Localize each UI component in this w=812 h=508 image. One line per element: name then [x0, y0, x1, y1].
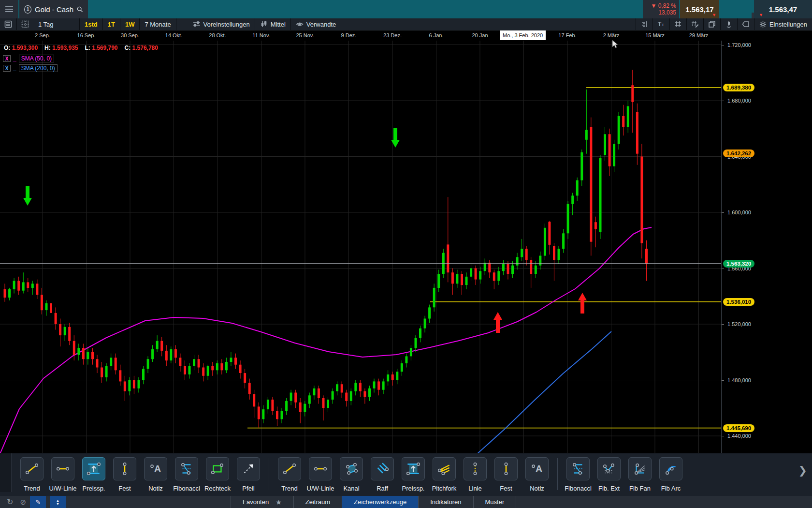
candle[interactable] — [174, 349, 177, 358]
tool-notiz[interactable]: A Notiz — [140, 457, 171, 492]
candle[interactable] — [198, 359, 200, 367]
candle[interactable] — [493, 272, 495, 281]
candle[interactable] — [207, 366, 209, 376]
candle[interactable] — [202, 368, 204, 376]
candle[interactable] — [594, 222, 597, 229]
candle[interactable] — [419, 329, 421, 338]
candle[interactable] — [110, 358, 112, 366]
candle[interactable] — [211, 366, 214, 371]
candle[interactable] — [262, 409, 264, 419]
candle[interactable] — [604, 134, 606, 155]
menu-button[interactable] — [0, 0, 18, 18]
clear-drawings-icon[interactable]: ⊘ — [20, 498, 26, 507]
sma50-line[interactable] — [0, 227, 652, 453]
candle[interactable] — [558, 249, 560, 260]
candle[interactable] — [475, 269, 477, 280]
candle[interactable] — [244, 373, 246, 383]
candle[interactable] — [313, 388, 315, 395]
candle[interactable] — [567, 204, 569, 234]
candle[interactable] — [188, 366, 191, 374]
candle[interactable] — [470, 269, 472, 277]
candle[interactable] — [68, 327, 71, 341]
instrument-selector[interactable]: 1 Gold - Cash — [19, 0, 88, 18]
candle[interactable] — [82, 348, 85, 359]
candle[interactable] — [156, 341, 159, 349]
tool-preissp-[interactable]: Preissp. — [398, 457, 429, 492]
sma200-remove-button[interactable]: X — [3, 65, 11, 72]
candle[interactable] — [184, 366, 186, 374]
tool-fest[interactable]: Fest — [109, 457, 140, 492]
candle[interactable] — [124, 381, 126, 391]
arrow-annotation-up[interactable] — [493, 312, 502, 333]
candle[interactable] — [636, 112, 638, 154]
candle[interactable] — [350, 391, 352, 401]
candle[interactable] — [179, 358, 181, 366]
candle[interactable] — [64, 327, 66, 335]
candle[interactable] — [151, 349, 154, 359]
candle[interactable] — [465, 277, 468, 285]
candle[interactable] — [613, 144, 615, 166]
candle[interactable] — [373, 381, 376, 388]
settings-button[interactable]: Einstellungen — [754, 18, 812, 30]
tag-button[interactable] — [737, 18, 754, 30]
draw-mode-button[interactable]: ✎ — [30, 496, 46, 508]
text-size-button[interactable]: TT — [652, 18, 669, 30]
candle[interactable] — [170, 349, 172, 360]
candle[interactable] — [585, 130, 588, 140]
scale-button[interactable] — [636, 18, 652, 30]
tool-fib-ext[interactable]: Fib. Ext — [594, 457, 624, 492]
candle[interactable] — [640, 157, 643, 243]
candle[interactable] — [285, 401, 288, 411]
candle[interactable] — [13, 281, 15, 289]
candle[interactable] — [392, 374, 394, 380]
candle[interactable] — [8, 289, 11, 298]
chart-canvas[interactable]: O: 1.593,300 H: 1.593,935 L: 1.569,790 C… — [0, 41, 721, 453]
candle[interactable] — [128, 380, 130, 391]
candle[interactable] — [516, 257, 519, 265]
timeframe-1t-button[interactable]: 1T — [103, 18, 120, 30]
tool-trend[interactable]: Trend — [16, 457, 47, 492]
candle[interactable] — [415, 338, 417, 348]
refresh-icon[interactable]: ↻ — [7, 497, 13, 507]
candle[interactable] — [530, 260, 532, 274]
tool-fib-arc[interactable]: Fib Arc — [655, 457, 686, 492]
candle[interactable] — [354, 383, 357, 391]
candle[interactable] — [627, 106, 629, 127]
candle[interactable] — [571, 195, 574, 204]
candle[interactable] — [507, 264, 509, 274]
tool-linie[interactable]: Linie — [460, 457, 491, 492]
sma50-label[interactable]: SMA (50, 0) — [19, 55, 54, 62]
candle[interactable] — [548, 222, 551, 245]
tool-pitchfork[interactable]: Pitchfork — [429, 457, 460, 492]
candle[interactable] — [267, 400, 269, 409]
candle[interactable] — [27, 282, 29, 288]
candle[interactable] — [410, 348, 412, 356]
candle[interactable] — [77, 348, 80, 355]
tool-kanal[interactable]: Kanal — [336, 457, 367, 492]
candle[interactable] — [225, 362, 228, 370]
search-icon[interactable] — [77, 6, 83, 13]
candle[interactable] — [387, 374, 389, 381]
candle[interactable] — [73, 341, 75, 355]
bid-price-button[interactable]: 1.563,17 ▼ — [680, 0, 719, 18]
candle[interactable] — [115, 358, 117, 370]
candle[interactable] — [645, 249, 648, 264]
candle[interactable] — [562, 233, 565, 249]
timeframe-select[interactable]: 1 Tag — [33, 18, 80, 30]
candle[interactable] — [341, 384, 343, 392]
candle[interactable] — [456, 274, 458, 284]
candle[interactable] — [91, 352, 94, 359]
candle[interactable] — [461, 274, 463, 285]
draw-grid-button[interactable] — [686, 18, 703, 30]
candle[interactable] — [336, 384, 338, 391]
candle[interactable] — [308, 395, 311, 403]
candle[interactable] — [631, 85, 634, 102]
tool-pfeil[interactable]: Pfeil — [233, 457, 264, 492]
candle[interactable] — [281, 411, 283, 419]
candle[interactable] — [239, 365, 242, 373]
candle[interactable] — [234, 358, 237, 364]
candle[interactable] — [368, 388, 371, 397]
chart-anchor-button[interactable] — [720, 18, 737, 30]
candle[interactable] — [230, 358, 232, 362]
candle[interactable] — [502, 264, 505, 271]
